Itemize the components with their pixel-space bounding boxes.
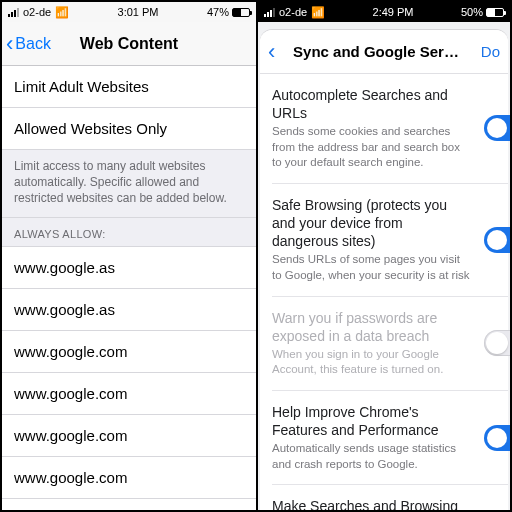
carrier-label: o2-de xyxy=(279,6,307,18)
battery-pct: 47% xyxy=(207,6,229,18)
status-bar: o2-de 📶 2:49 PM 50% xyxy=(258,2,510,22)
switch-icon xyxy=(484,115,510,141)
setting-title: Autocomplete Searches and URLs xyxy=(272,86,470,122)
status-time: 2:49 PM xyxy=(373,6,414,18)
left-screenshot: o2-de 📶 3:01 PM 47% ‹ Back Web Content L… xyxy=(2,2,258,510)
wifi-icon: 📶 xyxy=(55,6,69,19)
setting-title: Help Improve Chrome's Features and Perfo… xyxy=(272,403,470,439)
battery-icon xyxy=(232,8,250,17)
switch-icon xyxy=(484,330,510,356)
done-button[interactable]: Do xyxy=(481,43,500,60)
carrier-label: o2-de xyxy=(23,6,51,18)
setting-desc: When you sign in to your Google Account,… xyxy=(272,347,470,378)
signal-icon xyxy=(264,8,275,17)
setting-title: Safe Browsing (protects you and your dev… xyxy=(272,196,470,251)
setting-row: Warn you if passwords are exposed in a d… xyxy=(272,297,508,391)
option-allowed-only[interactable]: Allowed Websites Only xyxy=(2,108,256,150)
info-text: Limit access to many adult websites auto… xyxy=(2,150,256,218)
allow-list-item[interactable]: www.google.com xyxy=(2,331,256,373)
status-time: 3:01 PM xyxy=(118,6,159,18)
allow-list-item[interactable]: www.google.com xyxy=(2,373,256,415)
switch-icon xyxy=(484,425,510,451)
allow-list-item[interactable]: www.google.as xyxy=(2,247,256,289)
setting-title: Warn you if passwords are exposed in a d… xyxy=(272,309,470,345)
setting-toggle xyxy=(482,329,508,357)
chevron-left-icon[interactable]: ‹ xyxy=(268,39,275,65)
setting-toggle[interactable] xyxy=(482,114,508,142)
setting-row: Safe Browsing (protects you and your dev… xyxy=(272,184,508,297)
sheet-nav: ‹ Sync and Google Servic… Do xyxy=(260,30,508,74)
setting-desc: Sends URLs of some pages you visit to Go… xyxy=(272,252,470,283)
setting-toggle[interactable] xyxy=(482,226,508,254)
sheet-stack: ‹ Sync and Google Servic… Do Autocomplet… xyxy=(258,22,510,510)
allow-list-item[interactable]: www.google.com xyxy=(2,415,256,457)
setting-row: Autocomplete Searches and URLsSends some… xyxy=(272,74,508,184)
wifi-icon: 📶 xyxy=(311,6,325,19)
back-label: Back xyxy=(15,35,51,53)
allow-list-item[interactable]: www.google.com xyxy=(2,499,256,510)
setting-toggle[interactable] xyxy=(482,424,508,452)
battery-pct: 50% xyxy=(461,6,483,18)
allow-list-item[interactable]: www.google.as xyxy=(2,289,256,331)
settings-list: Autocomplete Searches and URLsSends some… xyxy=(260,74,508,510)
chevron-left-icon: ‹ xyxy=(6,33,13,55)
setting-title: Make Searches and Browsing Better xyxy=(272,497,470,510)
section-header-always-allow: ALWAYS ALLOW: xyxy=(2,218,256,247)
status-bar: o2-de 📶 3:01 PM 47% xyxy=(2,2,256,22)
page-title: Web Content xyxy=(80,35,178,53)
content-list: Limit Adult Websites Allowed Websites On… xyxy=(2,66,256,510)
sheet-title: Sync and Google Servic… xyxy=(293,43,463,60)
dual-screenshot-frame: o2-de 📶 3:01 PM 47% ‹ Back Web Content L… xyxy=(0,0,512,512)
right-screenshot: o2-de 📶 2:49 PM 50% ‹ Sync and Google Se… xyxy=(258,2,510,510)
setting-row: Make Searches and Browsing BetterSends U… xyxy=(272,485,508,510)
option-limit-adult[interactable]: Limit Adult Websites xyxy=(2,66,256,108)
setting-desc: Sends some cookies and searches from the… xyxy=(272,124,470,171)
allow-list-item[interactable]: www.google.com xyxy=(2,457,256,499)
setting-desc: Automatically sends usage statistics and… xyxy=(272,441,470,472)
battery-icon xyxy=(486,8,504,17)
back-button[interactable]: ‹ Back xyxy=(6,33,51,55)
nav-bar: ‹ Back Web Content xyxy=(2,22,256,66)
setting-row: Help Improve Chrome's Features and Perfo… xyxy=(272,391,508,485)
signal-icon xyxy=(8,8,19,17)
switch-icon xyxy=(484,227,510,253)
